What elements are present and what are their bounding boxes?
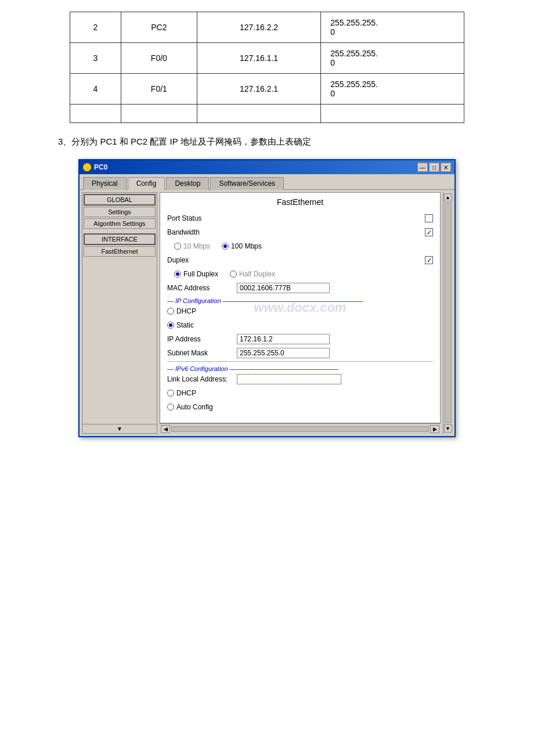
bandwidth-10-option[interactable]: 10 Mbps	[174, 242, 210, 250]
duplex-label: Duplex	[167, 256, 237, 264]
dhcp-row: DHCP	[167, 305, 433, 317]
tab-config[interactable]: Config	[128, 177, 165, 190]
duplex-radio-group: Full Duplex Half Duplex	[174, 270, 275, 278]
subnet-mask-label: Subnet Mask	[167, 349, 237, 357]
title-controls[interactable]: — □ ✕	[417, 163, 451, 172]
tab-bar: Physical Config Desktop Software/Service…	[80, 174, 454, 190]
subnet-mask-row: Subnet Mask	[167, 347, 433, 359]
ip-address-label: IP Address	[167, 335, 237, 343]
cell-row3-col4: 255.255.255. 0	[321, 74, 464, 105]
table-row: 2 PC2 127.16.2.2 255.255.255. 0	[70, 12, 464, 43]
duplex-full-radio[interactable]	[174, 271, 181, 278]
sidebar-scroll-down-icon[interactable]: ▼	[117, 426, 122, 432]
sidebar-item-global[interactable]: GLOBAL	[84, 194, 156, 206]
dhcp-option[interactable]: DHCP	[167, 307, 196, 315]
app-icon: ⚡	[83, 163, 91, 171]
ipv6-auto-label: Auto Config	[176, 403, 213, 411]
link-local-label: Link Local Address:	[167, 375, 237, 383]
duplex-full-label: Full Duplex	[183, 270, 218, 278]
scroll-down-button[interactable]: ▼	[444, 424, 452, 433]
table-row-empty	[70, 105, 464, 123]
link-local-input[interactable]	[237, 374, 341, 384]
bandwidth-label: Bandwidth	[167, 228, 237, 236]
dhcp-label: DHCP	[176, 307, 196, 315]
bandwidth-10-label: 10 Mbps	[183, 242, 210, 250]
bandwidth-checkbox[interactable]: ✓	[425, 228, 433, 236]
window-wrapper: ⚡ PC0 — □ ✕ Physical Config Desktop Soft…	[23, 159, 511, 437]
panel-title: FastEthernet	[167, 197, 433, 207]
bandwidth-100-label: 100 Mbps	[231, 242, 262, 250]
cell-row3-col1: 4	[70, 74, 121, 105]
duplex-half-radio[interactable]	[230, 271, 237, 278]
link-local-row: Link Local Address:	[167, 373, 433, 385]
cell-row1-col2: PC2	[121, 12, 197, 43]
sidebar-item-algorithm-settings[interactable]: Algorithm Settings	[84, 218, 156, 229]
bandwidth-100-option[interactable]: 100 Mbps	[222, 242, 262, 250]
cell-row2-col1: 3	[70, 43, 121, 74]
mac-row: MAC Address	[167, 282, 433, 294]
table-row: 3 F0/0 127.16.1.1 255.255.255. 0	[70, 43, 464, 74]
minimize-button[interactable]: —	[417, 163, 428, 172]
port-status-label: Port Status	[167, 214, 237, 222]
subnet-mask-input[interactable]	[237, 348, 330, 358]
ipv6-dhcp-radio[interactable]	[167, 390, 174, 397]
tab-software-services[interactable]: Software/Services	[210, 177, 284, 190]
ipv6-auto-option[interactable]: Auto Config	[167, 403, 213, 411]
scroll-track-vertical[interactable]	[445, 203, 452, 423]
duplex-checkbox[interactable]: ✓	[425, 256, 433, 264]
tab-physical[interactable]: Physical	[83, 177, 127, 190]
sidebar: GLOBAL Settings Algorithm Settings INTER…	[82, 192, 157, 424]
sidebar-item-fastethernet[interactable]: FastEthernet	[84, 246, 156, 257]
mac-label: MAC Address	[167, 284, 237, 292]
bandwidth-100-radio[interactable]	[222, 243, 229, 250]
bandwidth-radio-group: 10 Mbps 100 Mbps	[174, 242, 262, 250]
horizontal-scrollbar[interactable]: ◀ ▶	[160, 423, 441, 434]
cell-row3-col2: F0/1	[121, 74, 197, 105]
title-bar: ⚡ PC0 — □ ✕	[80, 160, 454, 174]
scroll-right-button[interactable]: ▶	[430, 425, 439, 433]
pc0-window: ⚡ PC0 — □ ✕ Physical Config Desktop Soft…	[78, 159, 456, 437]
scroll-track[interactable]	[171, 426, 429, 432]
ipv6-dhcp-label: DHCP	[176, 389, 196, 397]
cell-row1-col3: 127.16.2.2	[197, 12, 320, 43]
duplex-radio-row: Full Duplex Half Duplex	[167, 268, 433, 280]
window-body: GLOBAL Settings Algorithm Settings INTER…	[80, 190, 454, 436]
ipv6-dhcp-option[interactable]: DHCP	[167, 389, 196, 397]
ipv6-config-header: — IPv6 Configuration —————————————————	[167, 365, 433, 372]
vertical-scrollbar[interactable]: ▲ ▼	[443, 192, 452, 434]
sidebar-item-interface[interactable]: INTERFACE	[84, 233, 156, 245]
mac-input[interactable]	[237, 283, 330, 293]
scroll-left-button[interactable]: ◀	[161, 425, 170, 433]
ipv6-dhcp-row: DHCP	[167, 387, 433, 399]
divider	[167, 361, 433, 362]
ip-config-header: — IP Configuration —————————————————————…	[167, 297, 433, 304]
data-table: 2 PC2 127.16.2.2 255.255.255. 0 3 F0/0 1…	[70, 12, 464, 123]
static-option[interactable]: Static	[167, 321, 194, 329]
static-radio[interactable]	[167, 322, 174, 329]
dhcp-radio[interactable]	[167, 308, 174, 315]
bandwidth-10-radio[interactable]	[174, 243, 181, 250]
cell-row1-col1: 2	[70, 12, 121, 43]
tab-desktop[interactable]: Desktop	[166, 177, 209, 190]
duplex-half-option[interactable]: Half Duplex	[230, 270, 275, 278]
scroll-up-button[interactable]: ▲	[444, 193, 452, 201]
config-panel: FastEthernet Port Status Bandwidth ✓	[160, 192, 441, 423]
sidebar-item-settings[interactable]: Settings	[84, 207, 156, 217]
ipv6-auto-radio[interactable]	[167, 404, 174, 411]
cell-row3-col3: 127.16.2.1	[197, 74, 320, 105]
port-status-checkbox[interactable]	[425, 214, 433, 222]
close-button[interactable]: ✕	[441, 163, 451, 172]
window-title: PC0	[94, 163, 107, 171]
duplex-half-label: Half Duplex	[239, 270, 275, 278]
table-row: 4 F0/1 127.16.2.1 255.255.255. 0	[70, 74, 464, 105]
cell-row2-col3: 127.16.1.1	[197, 43, 320, 74]
restore-button[interactable]: □	[429, 163, 439, 172]
ipv6-auto-row: Auto Config	[167, 401, 433, 413]
duplex-full-option[interactable]: Full Duplex	[174, 270, 218, 278]
duplex-row: Duplex ✓	[167, 254, 433, 266]
bandwidth-radio-row: 10 Mbps 100 Mbps	[167, 240, 433, 252]
ip-address-input[interactable]	[237, 334, 330, 344]
static-label: Static	[176, 321, 194, 329]
panel-content: FastEthernet Port Status Bandwidth ✓	[160, 193, 440, 420]
ip-address-row: IP Address	[167, 333, 433, 345]
